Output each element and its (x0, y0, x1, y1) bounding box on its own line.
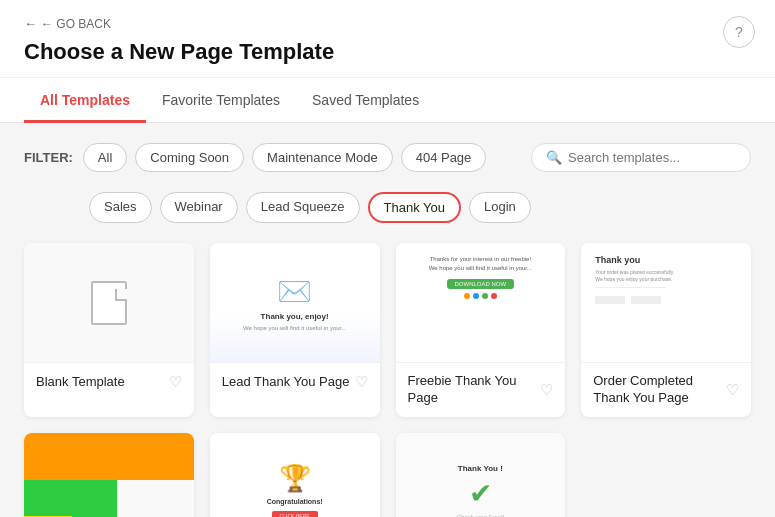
search-input[interactable] (568, 150, 728, 165)
template-card-brand[interactable]: Thank you! ✓ ✓ Brand Awareness Thank ♡ (24, 433, 194, 517)
tab-saved-templates[interactable]: Saved Templates (296, 78, 435, 123)
help-button[interactable]: ? (723, 16, 755, 48)
template-card-lead[interactable]: ✉️ Thank you, enjoy! We hope you will fi… (210, 243, 380, 417)
heart-icon-blank[interactable]: ♡ (169, 373, 182, 391)
dot-red (491, 293, 497, 299)
chip-sales[interactable]: Sales (89, 192, 152, 223)
congrats-title-text: Congratulations! (267, 498, 323, 505)
page-title: Choose a New Page Template (24, 39, 751, 65)
brand-orange-bg (24, 433, 194, 481)
template-card-freebie[interactable]: Thanks for your interest in our freebie!… (396, 243, 566, 417)
templates-grid: Blank Template ♡ ✉️ Thank you, enjoy! We… (24, 243, 751, 517)
congrats-action-btn: CLICK HERE (272, 511, 318, 517)
filter-label: FILTER: (24, 150, 73, 165)
envelope-icon: ✉️ (277, 275, 312, 308)
template-card-blank[interactable]: Blank Template ♡ (24, 243, 194, 417)
check-title-text: Thank You ! (458, 464, 503, 473)
dot-blue (473, 293, 479, 299)
search-box: 🔍 (531, 143, 751, 172)
freebie-description-text: Thanks for your interest in our freebie!… (429, 255, 532, 273)
tabs-bar: All Templates Favorite Templates Saved T… (0, 78, 775, 123)
order-sub-text: Your order was placed successfully.We ho… (595, 269, 674, 283)
check-mark-icon: ✔ (469, 477, 492, 510)
heart-icon-order[interactable]: ♡ (726, 381, 739, 399)
blank-template-icon (91, 281, 127, 325)
trophy-icon: 🏆 (279, 463, 311, 494)
template-name-lead: Lead Thank You Page (222, 374, 350, 391)
chip-maintenance[interactable]: Maintenance Mode (252, 143, 393, 172)
tab-favorite-templates[interactable]: Favorite Templates (146, 78, 296, 123)
order-thank-you-text: Thank you (595, 255, 640, 265)
heart-icon-lead[interactable]: ♡ (355, 373, 368, 391)
template-card-order[interactable]: Thank you Your order was placed successf… (581, 243, 751, 417)
chip-all[interactable]: All (83, 143, 127, 172)
template-name-blank: Blank Template (36, 374, 125, 391)
help-icon: ? (735, 24, 743, 40)
go-back-label: ← GO BACK (41, 17, 111, 31)
freebie-download-btn: DOWNLOAD NOW (447, 279, 515, 289)
go-back-button[interactable]: ← ← GO BACK (24, 16, 751, 31)
template-card-check[interactable]: Thank You ! ✔ Check your Email Check Mar… (396, 433, 566, 517)
order-detail-box2 (631, 296, 661, 304)
dot-green (482, 293, 488, 299)
order-divider (595, 287, 666, 288)
chip-lead-squeeze[interactable]: Lead Squeeze (246, 192, 360, 223)
template-card-congrats[interactable]: 🏆 Congratulations! CLICK HERE Congratula… (210, 433, 380, 517)
chip-webinar[interactable]: Webinar (160, 192, 238, 223)
chip-coming-soon[interactable]: Coming Soon (135, 143, 244, 172)
search-icon: 🔍 (546, 150, 562, 165)
dot-orange (464, 293, 470, 299)
template-name-freebie: Freebie Thank You Page (408, 373, 541, 407)
lead-sub-text: We hope you will find it useful in your.… (243, 325, 346, 331)
chip-thank-you[interactable]: Thank You (368, 192, 461, 223)
heart-icon-freebie[interactable]: ♡ (540, 381, 553, 399)
brand-green-bg (24, 480, 117, 517)
order-detail-box1 (595, 296, 625, 304)
chip-login[interactable]: Login (469, 192, 531, 223)
chip-404[interactable]: 404 Page (401, 143, 487, 172)
template-name-order: Order Completed Thank You Page (593, 373, 726, 407)
tab-all-templates[interactable]: All Templates (24, 78, 146, 123)
go-back-arrow-icon: ← (24, 16, 37, 31)
lead-thank-text: Thank you, enjoy! (261, 312, 329, 321)
